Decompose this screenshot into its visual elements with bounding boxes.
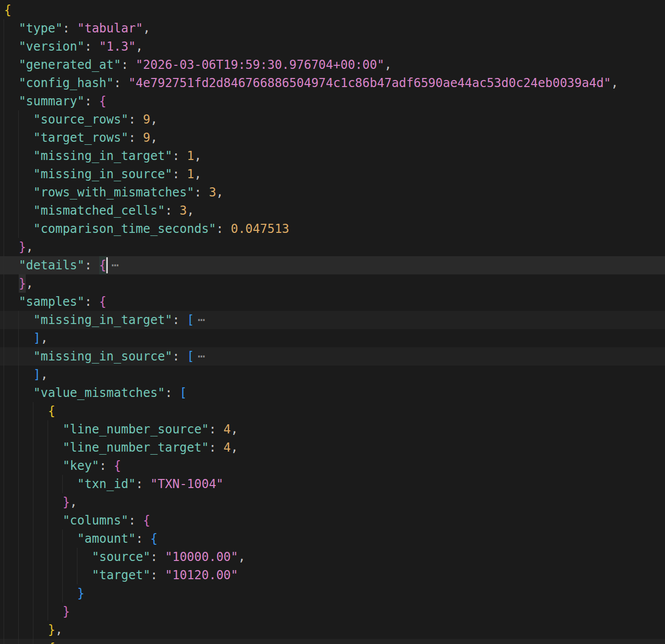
- json-punctuation: ,: [384, 58, 391, 72]
- json-key: "mismatched_cells": [33, 204, 165, 218]
- indent-guide-line: [33, 602, 33, 621]
- json-punctuation: :: [209, 440, 224, 455]
- json-punctuation: :: [209, 422, 224, 436]
- code-line[interactable]: "columns": {: [0, 511, 665, 530]
- code-line[interactable]: "mismatched_cells": 3,: [0, 202, 665, 220]
- code-line[interactable]: "value_mismatches": [: [0, 384, 665, 402]
- json-string-value: "1.3": [99, 39, 136, 54]
- code-line[interactable]: "generated_at": "2026-03-06T19:59:30.976…: [0, 56, 665, 74]
- code-line[interactable]: "missing_in_target": […: [0, 311, 665, 329]
- json-key: "generated_at": [19, 58, 121, 72]
- json-punctuation: :: [150, 568, 165, 582]
- code-line[interactable]: "amount": {: [0, 530, 665, 548]
- bracket-blue: [: [187, 349, 194, 364]
- code-line[interactable]: "version": "1.3",: [0, 37, 665, 56]
- code-line[interactable]: "line_number_source": 4,: [0, 420, 665, 438]
- code-line[interactable]: "source": "10000.00",: [0, 548, 665, 566]
- indent-guide-line: [48, 511, 48, 530]
- code-line[interactable]: }: [0, 602, 665, 621]
- code-line[interactable]: "samples": {: [0, 293, 665, 311]
- json-punctuation: ,: [70, 495, 77, 509]
- code-line[interactable]: {: [0, 402, 665, 420]
- code-editor[interactable]: {"type": "tabular","version": "1.3","gen…: [0, 0, 665, 644]
- fold-ellipsis-icon[interactable]: …: [198, 344, 205, 363]
- indent-guide-line: [62, 548, 63, 566]
- json-key: "missing_in_target": [33, 313, 173, 327]
- code-line-text: "rows_with_mismatches": 3,: [0, 183, 665, 202]
- bracket-gold: {: [48, 641, 55, 644]
- indent-guide-line: [4, 566, 4, 584]
- code-line-text: },: [0, 493, 665, 511]
- indent-guide-line: [33, 584, 33, 602]
- indent-guide-line: [4, 602, 4, 621]
- code-line[interactable]: },: [0, 274, 665, 293]
- bracket-gold: }: [48, 623, 55, 637]
- code-line-text: "source": "10000.00",: [0, 548, 665, 566]
- code-line[interactable]: ],: [0, 329, 665, 347]
- indent-guide-line: [4, 402, 4, 420]
- code-line[interactable]: "comparison_time_seconds": 0.047513: [0, 220, 665, 238]
- indent-guide-line: [18, 220, 19, 238]
- indent-guide-line: [18, 639, 19, 644]
- code-line[interactable]: "line_number_target": 4,: [0, 438, 665, 457]
- fold-ellipsis-icon[interactable]: …: [111, 253, 118, 271]
- json-punctuation: :: [172, 149, 187, 163]
- bracket-blue: [: [180, 386, 187, 400]
- json-number-value: 4: [224, 422, 231, 436]
- code-line[interactable]: "details": {…: [0, 256, 665, 274]
- indent-guide-line: [33, 493, 33, 511]
- code-line[interactable]: "source_rows": 9,: [0, 110, 665, 129]
- code-line[interactable]: "type": "tabular",: [0, 19, 665, 37]
- code-line[interactable]: {: [0, 1, 665, 19]
- code-line-text: "value_mismatches": [: [0, 384, 665, 402]
- code-line[interactable]: "summary": {: [0, 92, 665, 110]
- indent-guide-line: [4, 110, 4, 129]
- bracket-gold: {: [48, 404, 55, 418]
- code-line[interactable]: "rows_with_mismatches": 3,: [0, 183, 665, 202]
- fold-ellipsis-icon[interactable]: …: [198, 308, 205, 326]
- indent-guide-line: [18, 548, 19, 566]
- bracket-pink: {: [99, 94, 106, 108]
- indent-guide-line: [48, 493, 48, 511]
- indent-guide-line: [33, 457, 33, 475]
- code-line[interactable]: "missing_in_target": 1,: [0, 147, 665, 165]
- indent-guide-line: [4, 511, 4, 530]
- code-line[interactable]: },: [0, 238, 665, 256]
- indent-guide-line: [77, 548, 77, 566]
- indent-guide-line: [4, 202, 4, 220]
- indent-guide-line: [18, 511, 19, 530]
- json-punctuation: ,: [611, 76, 618, 90]
- code-line[interactable]: "missing_in_source": 1,: [0, 165, 665, 183]
- code-line-text: "line_number_target": 4,: [0, 438, 665, 457]
- bracket-pink: {: [114, 459, 121, 473]
- indent-guide-line: [33, 566, 33, 584]
- indent-guide-line: [4, 639, 4, 644]
- bracket-fold-target[interactable]: {: [99, 256, 106, 274]
- code-line[interactable]: ],: [0, 366, 665, 384]
- indent-guide-line: [18, 202, 19, 220]
- code-line[interactable]: "key": {: [0, 457, 665, 475]
- code-line[interactable]: },: [0, 621, 665, 639]
- json-punctuation: :: [165, 204, 180, 218]
- code-line[interactable]: "txn_id": "TXN-1004": [0, 475, 665, 493]
- indent-guide-line: [18, 602, 19, 621]
- code-line[interactable]: "missing_in_source": […: [0, 347, 665, 366]
- code-line[interactable]: "target": "10120.00": [0, 566, 665, 584]
- indent-guide-line: [33, 402, 33, 420]
- code-line[interactable]: }: [0, 584, 665, 602]
- json-punctuation: :: [129, 513, 143, 528]
- json-key: "missing_in_source": [33, 167, 173, 181]
- code-line-text: }: [0, 602, 665, 621]
- json-number-value: 1: [187, 149, 194, 163]
- json-punctuation: ,: [40, 368, 48, 382]
- code-line[interactable]: },: [0, 493, 665, 511]
- code-line[interactable]: "target_rows": 9,: [0, 129, 665, 147]
- code-line[interactable]: {: [0, 639, 665, 644]
- indent-guide-line: [18, 347, 19, 366]
- code-line[interactable]: "config_hash": "4e792751fd2d846766886504…: [0, 74, 665, 92]
- json-string-value: "TXN-1004": [150, 477, 224, 491]
- indent-guide-line: [18, 147, 19, 165]
- code-line-text: "comparison_time_seconds": 0.047513: [0, 220, 665, 238]
- json-key: "samples": [19, 295, 85, 309]
- json-punctuation: ,: [55, 623, 62, 637]
